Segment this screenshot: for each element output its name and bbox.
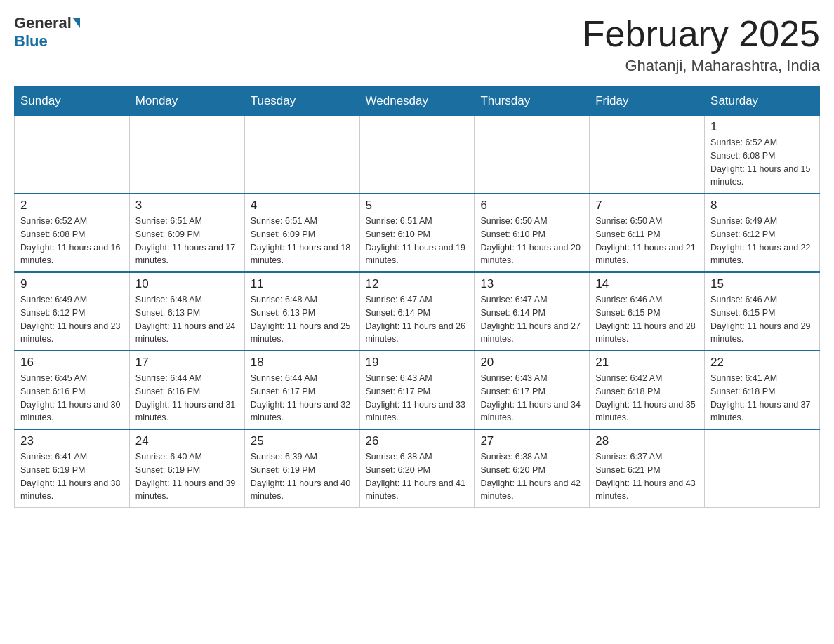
calendar-cell: 28Sunrise: 6:37 AMSunset: 6:21 PMDayligh… (590, 429, 705, 508)
day-number: 7 (595, 199, 699, 213)
calendar-cell: 21Sunrise: 6:42 AMSunset: 6:18 PMDayligh… (590, 351, 705, 429)
calendar-cell: 20Sunrise: 6:43 AMSunset: 6:17 PMDayligh… (475, 351, 590, 429)
day-number: 4 (251, 199, 354, 213)
header-tuesday: Tuesday (244, 87, 359, 116)
day-number: 15 (710, 277, 814, 291)
calendar-cell: 18Sunrise: 6:44 AMSunset: 6:17 PMDayligh… (244, 351, 359, 429)
day-info: Sunrise: 6:47 AMSunset: 6:14 PMDaylight:… (366, 293, 469, 346)
calendar-cell: 5Sunrise: 6:51 AMSunset: 6:10 PMDaylight… (359, 194, 475, 272)
day-number: 22 (710, 356, 814, 370)
calendar-cell: 13Sunrise: 6:47 AMSunset: 6:14 PMDayligh… (475, 272, 590, 351)
day-number: 26 (366, 434, 469, 448)
day-info: Sunrise: 6:51 AMSunset: 6:09 PMDaylight:… (251, 215, 354, 267)
day-info: Sunrise: 6:50 AMSunset: 6:10 PMDaylight:… (480, 215, 583, 267)
calendar-cell: 6Sunrise: 6:50 AMSunset: 6:10 PMDaylight… (475, 194, 590, 272)
day-info: Sunrise: 6:52 AMSunset: 6:08 PMDaylight:… (710, 136, 814, 189)
day-number: 2 (20, 199, 124, 213)
day-info: Sunrise: 6:44 AMSunset: 6:16 PMDaylight:… (135, 372, 239, 424)
calendar-cell: 10Sunrise: 6:48 AMSunset: 6:13 PMDayligh… (129, 272, 244, 351)
day-number: 28 (595, 434, 699, 448)
day-info: Sunrise: 6:42 AMSunset: 6:18 PMDaylight:… (595, 372, 699, 424)
day-info: Sunrise: 6:37 AMSunset: 6:21 PMDaylight:… (595, 450, 699, 503)
header-thursday: Thursday (475, 87, 590, 116)
day-info: Sunrise: 6:41 AMSunset: 6:18 PMDaylight:… (710, 372, 814, 424)
day-number: 11 (251, 277, 354, 291)
day-info: Sunrise: 6:44 AMSunset: 6:17 PMDaylight:… (251, 372, 354, 424)
calendar-cell: 24Sunrise: 6:40 AMSunset: 6:19 PMDayligh… (129, 429, 244, 508)
calendar-cell (475, 116, 590, 194)
calendar-cell: 7Sunrise: 6:50 AMSunset: 6:11 PMDaylight… (590, 194, 705, 272)
calendar-cell (129, 116, 244, 194)
day-info: Sunrise: 6:46 AMSunset: 6:15 PMDaylight:… (595, 293, 699, 346)
day-number: 23 (20, 434, 124, 448)
day-number: 3 (135, 199, 239, 213)
day-info: Sunrise: 6:47 AMSunset: 6:14 PMDaylight:… (480, 293, 583, 346)
day-number: 25 (251, 434, 354, 448)
day-number: 18 (251, 356, 354, 370)
calendar-cell (15, 116, 130, 194)
day-number: 12 (366, 277, 469, 291)
header-friday: Friday (590, 87, 705, 116)
calendar-table: Sunday Monday Tuesday Wednesday Thursday… (14, 86, 820, 508)
day-number: 10 (135, 277, 239, 291)
calendar-cell: 17Sunrise: 6:44 AMSunset: 6:16 PMDayligh… (129, 351, 244, 429)
day-info: Sunrise: 6:51 AMSunset: 6:09 PMDaylight:… (135, 215, 239, 267)
calendar-cell: 25Sunrise: 6:39 AMSunset: 6:19 PMDayligh… (244, 429, 359, 508)
weekday-header-row: Sunday Monday Tuesday Wednesday Thursday… (15, 87, 820, 116)
day-info: Sunrise: 6:43 AMSunset: 6:17 PMDaylight:… (480, 372, 583, 424)
location-title: Ghatanji, Maharashtra, India (583, 57, 820, 75)
day-number: 13 (480, 277, 583, 291)
week-row-1: 1Sunrise: 6:52 AMSunset: 6:08 PMDaylight… (15, 116, 820, 194)
day-info: Sunrise: 6:46 AMSunset: 6:15 PMDaylight:… (710, 293, 814, 346)
week-row-5: 23Sunrise: 6:41 AMSunset: 6:19 PMDayligh… (15, 429, 820, 508)
day-info: Sunrise: 6:49 AMSunset: 6:12 PMDaylight:… (20, 293, 124, 346)
logo-triangle-icon (73, 18, 80, 28)
calendar-cell: 15Sunrise: 6:46 AMSunset: 6:15 PMDayligh… (705, 272, 820, 351)
day-number: 5 (366, 199, 469, 213)
day-number: 24 (135, 434, 239, 448)
day-info: Sunrise: 6:40 AMSunset: 6:19 PMDaylight:… (135, 450, 239, 503)
day-number: 8 (710, 199, 814, 213)
calendar-cell (359, 116, 475, 194)
header-sunday: Sunday (15, 87, 130, 116)
calendar-cell: 11Sunrise: 6:48 AMSunset: 6:13 PMDayligh… (244, 272, 359, 351)
day-info: Sunrise: 6:51 AMSunset: 6:10 PMDaylight:… (366, 215, 469, 267)
calendar-cell: 1Sunrise: 6:52 AMSunset: 6:08 PMDaylight… (705, 116, 820, 194)
calendar-cell: 8Sunrise: 6:49 AMSunset: 6:12 PMDaylight… (705, 194, 820, 272)
day-info: Sunrise: 6:50 AMSunset: 6:11 PMDaylight:… (595, 215, 699, 267)
day-number: 6 (480, 199, 583, 213)
calendar-cell (590, 116, 705, 194)
header-monday: Monday (129, 87, 244, 116)
day-info: Sunrise: 6:43 AMSunset: 6:17 PMDaylight:… (366, 372, 469, 424)
calendar-cell (705, 429, 820, 508)
calendar-cell: 22Sunrise: 6:41 AMSunset: 6:18 PMDayligh… (705, 351, 820, 429)
day-number: 20 (480, 356, 583, 370)
calendar-cell: 26Sunrise: 6:38 AMSunset: 6:20 PMDayligh… (359, 429, 475, 508)
calendar-cell: 4Sunrise: 6:51 AMSunset: 6:09 PMDaylight… (244, 194, 359, 272)
day-number: 14 (595, 277, 699, 291)
calendar-cell: 23Sunrise: 6:41 AMSunset: 6:19 PMDayligh… (15, 429, 130, 508)
day-number: 9 (20, 277, 124, 291)
calendar-cell: 9Sunrise: 6:49 AMSunset: 6:12 PMDaylight… (15, 272, 130, 351)
title-section: February 2025 Ghatanji, Maharashtra, Ind… (583, 14, 820, 75)
day-number: 17 (135, 356, 239, 370)
day-number: 1 (710, 120, 814, 134)
header-wednesday: Wednesday (359, 87, 475, 116)
calendar-cell: 3Sunrise: 6:51 AMSunset: 6:09 PMDaylight… (129, 194, 244, 272)
day-info: Sunrise: 6:52 AMSunset: 6:08 PMDaylight:… (20, 215, 124, 267)
day-info: Sunrise: 6:49 AMSunset: 6:12 PMDaylight:… (710, 215, 814, 267)
day-info: Sunrise: 6:39 AMSunset: 6:19 PMDaylight:… (251, 450, 354, 503)
page-header: General Blue February 2025 Ghatanji, Mah… (14, 14, 820, 75)
calendar-cell: 27Sunrise: 6:38 AMSunset: 6:20 PMDayligh… (475, 429, 590, 508)
day-info: Sunrise: 6:48 AMSunset: 6:13 PMDaylight:… (251, 293, 354, 346)
calendar-cell: 2Sunrise: 6:52 AMSunset: 6:08 PMDaylight… (15, 194, 130, 272)
day-number: 16 (20, 356, 124, 370)
day-number: 27 (480, 434, 583, 448)
calendar-cell: 19Sunrise: 6:43 AMSunset: 6:17 PMDayligh… (359, 351, 475, 429)
day-info: Sunrise: 6:38 AMSunset: 6:20 PMDaylight:… (366, 450, 469, 503)
week-row-2: 2Sunrise: 6:52 AMSunset: 6:08 PMDaylight… (15, 194, 820, 272)
calendar-cell: 14Sunrise: 6:46 AMSunset: 6:15 PMDayligh… (590, 272, 705, 351)
week-row-3: 9Sunrise: 6:49 AMSunset: 6:12 PMDaylight… (15, 272, 820, 351)
day-info: Sunrise: 6:41 AMSunset: 6:19 PMDaylight:… (20, 450, 124, 503)
calendar-cell: 16Sunrise: 6:45 AMSunset: 6:16 PMDayligh… (15, 351, 130, 429)
